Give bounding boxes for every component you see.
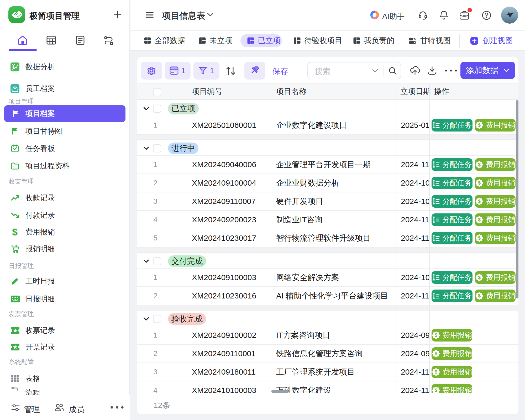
svg-text:$: $ bbox=[478, 293, 481, 298]
svg-text:$: $ bbox=[435, 333, 437, 338]
svg-text:$: $ bbox=[478, 217, 481, 222]
svg-text:$: $ bbox=[478, 235, 481, 241]
svg-text:$: $ bbox=[478, 123, 481, 128]
svg-text:$: $ bbox=[478, 162, 481, 167]
svg-text:$: $ bbox=[478, 275, 481, 280]
svg-text:$: $ bbox=[435, 351, 437, 356]
svg-text:$: $ bbox=[435, 388, 437, 393]
svg-text:$: $ bbox=[478, 180, 481, 186]
svg-text:$: $ bbox=[435, 369, 437, 375]
svg-text:$: $ bbox=[478, 199, 481, 204]
